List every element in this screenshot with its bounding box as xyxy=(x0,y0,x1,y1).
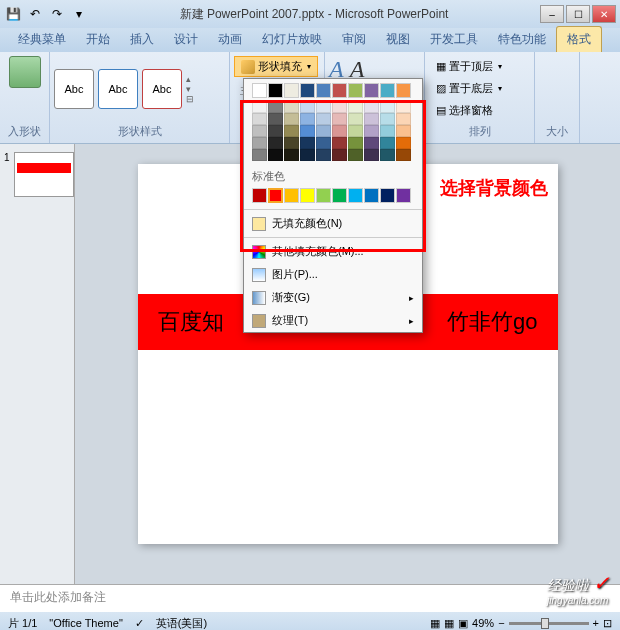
color-swatch[interactable] xyxy=(316,101,331,113)
color-swatch[interactable] xyxy=(300,125,315,137)
fit-icon[interactable]: ⊡ xyxy=(603,617,612,630)
color-swatch[interactable] xyxy=(380,149,395,161)
insert-shape-icon[interactable] xyxy=(9,56,41,88)
color-swatch[interactable] xyxy=(316,137,331,149)
color-swatch[interactable] xyxy=(364,188,379,203)
tab-7[interactable]: 视图 xyxy=(376,27,420,52)
color-swatch[interactable] xyxy=(284,101,299,113)
color-swatch[interactable] xyxy=(348,188,363,203)
color-swatch[interactable] xyxy=(284,125,299,137)
tab-10[interactable]: 格式 xyxy=(556,26,602,52)
zoom-out-icon[interactable]: − xyxy=(498,617,504,629)
texture-fill-item[interactable]: 纹理(T) ▸ xyxy=(244,309,422,332)
tab-2[interactable]: 插入 xyxy=(120,27,164,52)
color-swatch[interactable] xyxy=(252,149,267,161)
close-button[interactable]: ✕ xyxy=(592,5,616,23)
color-swatch[interactable] xyxy=(252,83,267,98)
style-down-icon[interactable]: ▾ xyxy=(186,84,194,94)
color-swatch[interactable] xyxy=(268,149,283,161)
color-swatch[interactable] xyxy=(380,113,395,125)
color-swatch[interactable] xyxy=(252,125,267,137)
color-swatch[interactable] xyxy=(332,149,347,161)
bring-front-button[interactable]: ▦置于顶层▾ xyxy=(429,56,509,77)
language[interactable]: 英语(美国) xyxy=(156,616,207,631)
color-swatch[interactable] xyxy=(380,83,395,98)
shape-style-2[interactable]: Abc xyxy=(98,69,138,109)
color-swatch[interactable] xyxy=(332,125,347,137)
color-swatch[interactable] xyxy=(364,149,379,161)
color-swatch[interactable] xyxy=(348,149,363,161)
color-swatch[interactable] xyxy=(316,113,331,125)
color-swatch[interactable] xyxy=(348,137,363,149)
shape-fill-button[interactable]: 形状填充 ▾ xyxy=(234,56,318,77)
color-swatch[interactable] xyxy=(268,188,283,203)
picture-fill-item[interactable]: 图片(P)... xyxy=(244,263,422,286)
shape-style-1[interactable]: Abc xyxy=(54,69,94,109)
tab-6[interactable]: 审阅 xyxy=(332,27,376,52)
color-swatch[interactable] xyxy=(364,137,379,149)
color-swatch[interactable] xyxy=(380,137,395,149)
color-swatch[interactable] xyxy=(332,113,347,125)
color-swatch[interactable] xyxy=(332,83,347,98)
color-swatch[interactable] xyxy=(268,113,283,125)
color-swatch[interactable] xyxy=(268,137,283,149)
color-swatch[interactable] xyxy=(332,137,347,149)
normal-view-icon[interactable]: ▦ xyxy=(430,617,440,630)
tab-0[interactable]: 经典菜单 xyxy=(8,27,76,52)
qat-more-icon[interactable]: ▾ xyxy=(70,5,88,23)
tab-5[interactable]: 幻灯片放映 xyxy=(252,27,332,52)
color-swatch[interactable] xyxy=(332,188,347,203)
color-swatch[interactable] xyxy=(396,113,411,125)
style-more-icon[interactable]: ⊟ xyxy=(186,94,194,104)
tab-1[interactable]: 开始 xyxy=(76,27,120,52)
color-swatch[interactable] xyxy=(300,149,315,161)
no-fill-item[interactable]: 无填充颜色(N) xyxy=(244,212,422,235)
color-swatch[interactable] xyxy=(284,149,299,161)
color-swatch[interactable] xyxy=(332,101,347,113)
zoom-value[interactable]: 49% xyxy=(472,617,494,629)
sorter-view-icon[interactable]: ▦ xyxy=(444,617,454,630)
tab-4[interactable]: 动画 xyxy=(208,27,252,52)
color-swatch[interactable] xyxy=(348,125,363,137)
color-swatch[interactable] xyxy=(252,188,267,203)
undo-icon[interactable]: ↶ xyxy=(26,5,44,23)
color-swatch[interactable] xyxy=(300,137,315,149)
more-colors-item[interactable]: 其他填充颜色(M)... xyxy=(244,240,422,263)
selection-pane-button[interactable]: ▤选择窗格 xyxy=(429,100,500,121)
color-swatch[interactable] xyxy=(364,125,379,137)
slideshow-view-icon[interactable]: ▣ xyxy=(458,617,468,630)
zoom-in-icon[interactable]: + xyxy=(593,617,599,629)
send-back-button[interactable]: ▨置于底层▾ xyxy=(429,78,509,99)
color-swatch[interactable] xyxy=(364,101,379,113)
color-swatch[interactable] xyxy=(300,83,315,98)
color-swatch[interactable] xyxy=(348,113,363,125)
color-swatch[interactable] xyxy=(284,188,299,203)
color-swatch[interactable] xyxy=(284,83,299,98)
color-swatch[interactable] xyxy=(364,83,379,98)
color-swatch[interactable] xyxy=(348,83,363,98)
color-swatch[interactable] xyxy=(252,113,267,125)
color-swatch[interactable] xyxy=(380,101,395,113)
color-swatch[interactable] xyxy=(316,149,331,161)
minimize-button[interactable]: – xyxy=(540,5,564,23)
color-swatch[interactable] xyxy=(316,125,331,137)
color-swatch[interactable] xyxy=(364,113,379,125)
color-swatch[interactable] xyxy=(268,101,283,113)
color-swatch[interactable] xyxy=(396,101,411,113)
spellcheck-icon[interactable]: ✓ xyxy=(135,617,144,630)
color-swatch[interactable] xyxy=(300,188,315,203)
color-swatch[interactable] xyxy=(396,149,411,161)
color-swatch[interactable] xyxy=(316,83,331,98)
color-swatch[interactable] xyxy=(268,125,283,137)
tab-3[interactable]: 设计 xyxy=(164,27,208,52)
color-swatch[interactable] xyxy=(380,125,395,137)
color-swatch[interactable] xyxy=(380,188,395,203)
color-swatch[interactable] xyxy=(300,113,315,125)
color-swatch[interactable] xyxy=(300,101,315,113)
color-swatch[interactable] xyxy=(252,137,267,149)
tab-9[interactable]: 特色功能 xyxy=(488,27,556,52)
shape-style-3[interactable]: Abc xyxy=(142,69,182,109)
style-up-icon[interactable]: ▴ xyxy=(186,74,194,84)
color-swatch[interactable] xyxy=(268,83,283,98)
gradient-fill-item[interactable]: 渐变(G) ▸ xyxy=(244,286,422,309)
